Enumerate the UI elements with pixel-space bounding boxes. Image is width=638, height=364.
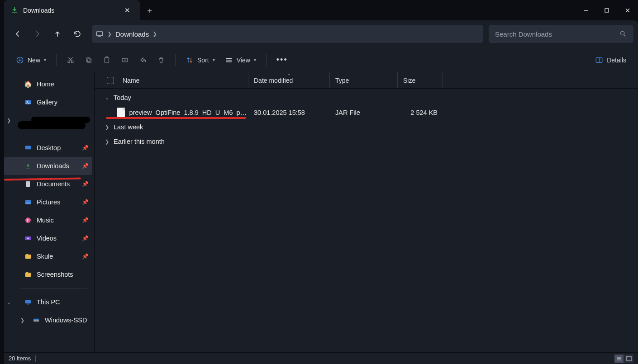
sidebar-item-drive[interactable]: ❯ Windows-SSD bbox=[4, 311, 92, 329]
sidebar-item-downloads[interactable]: Downloads 📌 bbox=[4, 157, 92, 175]
svg-point-4 bbox=[621, 32, 624, 35]
group-earlier-month[interactable]: ❯ Earlier this month bbox=[104, 134, 638, 149]
chevron-down-icon: ▾ bbox=[254, 57, 256, 62]
nav-forward-button[interactable] bbox=[29, 25, 47, 43]
sidebar-item-label: Music bbox=[37, 217, 54, 224]
view-button[interactable]: View ▾ bbox=[220, 52, 261, 68]
sidebar-item-skule[interactable]: Skule 📌 bbox=[4, 247, 92, 265]
downloads-icon bbox=[10, 6, 19, 14]
sidebar-item-label: Pictures bbox=[37, 199, 60, 206]
sidebar-item-documents[interactable]: Documents 📌 bbox=[4, 175, 92, 193]
folder-icon bbox=[24, 270, 32, 279]
file-list[interactable]: ⌄ Today preview_OptiFine_1.8.9_HD_U_M6_p… bbox=[95, 89, 638, 352]
sort-indicator-icon: ⌄ bbox=[287, 71, 291, 76]
svg-point-7 bbox=[68, 61, 70, 63]
details-pane-button[interactable]: Details bbox=[590, 52, 631, 68]
chevron-right-icon[interactable]: ❯ bbox=[152, 31, 157, 37]
search-box[interactable] bbox=[489, 25, 633, 43]
pin-icon[interactable]: 📌 bbox=[82, 235, 89, 241]
view-mode-details-button[interactable] bbox=[614, 355, 624, 363]
sidebar-item-desktop[interactable]: Desktop 📌 bbox=[4, 139, 92, 157]
column-header-size[interactable]: Size bbox=[398, 72, 443, 88]
chevron-right-icon[interactable]: ❯ bbox=[104, 139, 110, 145]
svg-rect-10 bbox=[86, 57, 90, 61]
sidebar-item-label: Gallery bbox=[37, 99, 57, 106]
window-maximize-button[interactable] bbox=[596, 0, 617, 20]
sidebar-item-label: Home bbox=[37, 80, 54, 88]
column-header-type[interactable]: Type bbox=[330, 72, 398, 88]
pin-icon[interactable]: 📌 bbox=[82, 217, 89, 223]
group-today[interactable]: ⌄ Today bbox=[104, 90, 638, 105]
file-size: 2 524 KB bbox=[398, 109, 443, 116]
sidebar-item-pictures[interactable]: Pictures 📌 bbox=[4, 193, 92, 211]
close-tab-button[interactable]: ✕ bbox=[121, 4, 133, 17]
window-minimize-button[interactable] bbox=[576, 0, 596, 20]
select-all-checkbox[interactable] bbox=[107, 77, 114, 84]
chevron-down-icon[interactable]: ⌄ bbox=[104, 95, 110, 101]
chevron-right-icon[interactable]: ❯ bbox=[20, 317, 24, 323]
svg-point-27 bbox=[25, 217, 31, 223]
navigation-pane[interactable]: 🏠 Home Gallery ❯ Desktop 📌 Downloads 📌 D… bbox=[4, 72, 95, 352]
home-icon: 🏠 bbox=[24, 80, 32, 88]
view-mode-thumbnails-button[interactable] bbox=[624, 355, 633, 363]
column-header-name[interactable]: Name bbox=[117, 72, 248, 88]
nav-refresh-button[interactable] bbox=[68, 25, 86, 43]
view-button-label: View bbox=[237, 57, 250, 64]
sort-button[interactable]: Sort ▾ bbox=[181, 52, 219, 68]
sidebar-item-label: Documents bbox=[37, 180, 70, 188]
chevron-down-icon: ▾ bbox=[44, 57, 46, 62]
pin-icon[interactable]: 📌 bbox=[82, 199, 89, 205]
paste-button[interactable] bbox=[98, 52, 115, 68]
tab-title: Downloads bbox=[23, 7, 116, 14]
sidebar-item-screenshots[interactable]: Screenshots bbox=[4, 265, 92, 284]
share-button[interactable] bbox=[134, 52, 152, 68]
new-tab-button[interactable]: ＋ bbox=[140, 0, 160, 20]
svg-point-8 bbox=[71, 61, 74, 63]
window-tab[interactable]: Downloads ✕ bbox=[4, 0, 140, 20]
separator bbox=[20, 134, 87, 134]
videos-icon bbox=[24, 234, 32, 242]
pc-icon bbox=[95, 30, 104, 38]
sidebar-item-gallery[interactable]: Gallery bbox=[4, 93, 92, 111]
chevron-down-icon: ▾ bbox=[213, 57, 215, 62]
rename-button[interactable]: A bbox=[116, 52, 133, 68]
sidebar-item-label: This PC bbox=[37, 298, 60, 306]
documents-icon bbox=[24, 180, 32, 188]
sidebar-item-home[interactable]: 🏠 Home bbox=[4, 75, 92, 93]
copy-button[interactable] bbox=[80, 52, 97, 68]
chevron-down-icon[interactable]: ⌄ bbox=[7, 299, 11, 305]
more-button[interactable]: ••• bbox=[272, 52, 292, 68]
pin-icon[interactable]: 📌 bbox=[82, 181, 89, 187]
address-bar[interactable]: ❯ Downloads ❯ bbox=[92, 25, 483, 43]
window-close-button[interactable] bbox=[617, 0, 638, 20]
cut-button[interactable] bbox=[62, 52, 79, 68]
column-header-date[interactable]: ⌄ Date modified bbox=[248, 72, 330, 88]
chevron-right-icon[interactable]: ❯ bbox=[7, 118, 11, 123]
search-input[interactable] bbox=[495, 30, 614, 38]
sidebar-item-this-pc[interactable]: ⌄ This PC bbox=[4, 293, 92, 311]
breadcrumb-segment[interactable]: Downloads bbox=[115, 30, 149, 38]
pin-icon[interactable]: 📌 bbox=[82, 163, 89, 169]
sidebar-item-videos[interactable]: Videos 📌 bbox=[4, 229, 92, 247]
delete-button[interactable] bbox=[152, 52, 170, 68]
new-button[interactable]: New ▾ bbox=[11, 52, 51, 68]
sidebar-item-music[interactable]: Music 📌 bbox=[4, 211, 92, 229]
column-headers: Name ⌄ Date modified Type Size bbox=[95, 72, 638, 89]
chevron-right-icon[interactable]: ❯ bbox=[107, 31, 112, 37]
desktop-icon bbox=[24, 144, 32, 152]
pin-icon[interactable]: 📌 bbox=[82, 145, 89, 151]
nav-up-button[interactable] bbox=[48, 25, 67, 43]
svg-rect-38 bbox=[627, 356, 631, 361]
group-last-week[interactable]: ❯ Last week bbox=[104, 120, 638, 134]
drive-icon bbox=[32, 316, 40, 324]
group-label: Earlier this month bbox=[114, 138, 165, 145]
downloads-icon bbox=[24, 162, 32, 170]
nav-back-button[interactable] bbox=[9, 25, 27, 43]
svg-rect-2 bbox=[96, 32, 103, 36]
sidebar-item-label: Screenshots bbox=[37, 271, 73, 278]
chevron-right-icon[interactable]: ❯ bbox=[104, 124, 110, 130]
status-item-count: 20 items bbox=[9, 355, 31, 362]
sidebar-item-label: Skule bbox=[37, 253, 53, 260]
pin-icon[interactable]: 📌 bbox=[82, 253, 89, 260]
separator bbox=[266, 54, 267, 66]
